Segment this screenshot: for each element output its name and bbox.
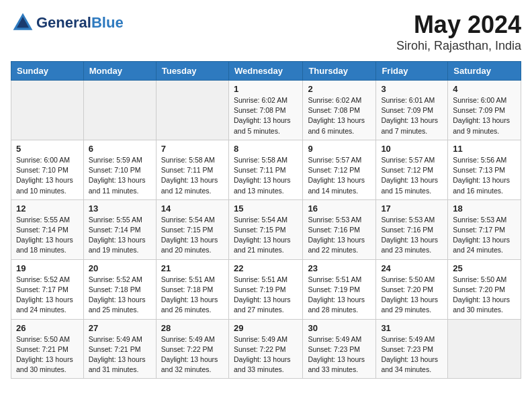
weekday-header-monday: Monday (83, 62, 156, 81)
day-number: 7 (161, 144, 224, 154)
day-info: Sunrise: 6:02 AM Sunset: 7:08 PM Dayligh… (234, 95, 298, 136)
calendar-cell: 12Sunrise: 5:55 AM Sunset: 7:14 PM Dayli… (11, 199, 84, 259)
calendar-cell: 15Sunrise: 5:54 AM Sunset: 7:15 PM Dayli… (228, 199, 302, 259)
day-info: Sunrise: 5:54 AM Sunset: 7:15 PM Dayligh… (161, 215, 224, 256)
calendar-cell: 2Sunrise: 6:02 AM Sunset: 7:08 PM Daylig… (303, 81, 376, 140)
day-number: 14 (161, 203, 224, 214)
calendar-table: SundayMondayTuesdayWednesdayThursdayFrid… (11, 61, 521, 379)
day-number: 1 (234, 84, 298, 94)
calendar-cell: 14Sunrise: 5:54 AM Sunset: 7:15 PM Dayli… (156, 199, 228, 259)
calendar-cell: 26Sunrise: 5:50 AM Sunset: 7:21 PM Dayli… (11, 319, 84, 379)
day-info: Sunrise: 5:51 AM Sunset: 7:18 PM Dayligh… (161, 275, 224, 316)
weekday-header-saturday: Saturday (448, 62, 521, 81)
day-number: 23 (308, 263, 371, 273)
day-info: Sunrise: 5:49 AM Sunset: 7:23 PM Dayligh… (308, 334, 371, 375)
weekday-header-wednesday: Wednesday (228, 62, 302, 81)
calendar-cell: 24Sunrise: 5:50 AM Sunset: 7:20 PM Dayli… (376, 259, 448, 319)
day-number: 19 (16, 263, 79, 273)
day-info: Sunrise: 6:02 AM Sunset: 7:08 PM Dayligh… (308, 95, 371, 136)
calendar-cell (448, 319, 521, 379)
calendar-cell (11, 81, 84, 140)
day-number: 25 (453, 263, 516, 273)
day-info: Sunrise: 5:57 AM Sunset: 7:12 PM Dayligh… (308, 155, 371, 196)
day-info: Sunrise: 5:50 AM Sunset: 7:20 PM Dayligh… (381, 275, 443, 316)
day-info: Sunrise: 5:57 AM Sunset: 7:12 PM Dayligh… (381, 155, 443, 196)
calendar-cell: 8Sunrise: 5:58 AM Sunset: 7:11 PM Daylig… (228, 140, 302, 199)
day-number: 5 (16, 144, 79, 154)
day-info: Sunrise: 5:54 AM Sunset: 7:15 PM Dayligh… (234, 215, 298, 256)
location-title: Sirohi, Rajasthan, India (396, 39, 521, 53)
day-info: Sunrise: 5:55 AM Sunset: 7:14 PM Dayligh… (89, 215, 151, 256)
calendar-cell: 28Sunrise: 5:49 AM Sunset: 7:22 PM Dayli… (156, 319, 228, 379)
day-number: 13 (89, 203, 151, 214)
day-number: 17 (381, 203, 443, 214)
day-info: Sunrise: 5:49 AM Sunset: 7:22 PM Dayligh… (161, 334, 224, 375)
calendar-cell: 1Sunrise: 6:02 AM Sunset: 7:08 PM Daylig… (228, 81, 302, 140)
calendar-cell: 5Sunrise: 6:00 AM Sunset: 7:10 PM Daylig… (11, 140, 84, 199)
logo-text: GeneralBlue (36, 14, 124, 32)
day-number: 30 (308, 323, 371, 333)
calendar-cell: 17Sunrise: 5:53 AM Sunset: 7:16 PM Dayli… (376, 199, 448, 259)
page-header: GeneralBlue May 2024 Sirohi, Rajasthan, … (11, 11, 521, 53)
day-number: 9 (308, 144, 371, 154)
calendar-cell: 3Sunrise: 6:01 AM Sunset: 7:09 PM Daylig… (376, 81, 448, 140)
day-number: 29 (234, 323, 298, 333)
calendar-cell: 13Sunrise: 5:55 AM Sunset: 7:14 PM Dayli… (83, 199, 156, 259)
day-number: 31 (381, 323, 443, 333)
day-info: Sunrise: 5:53 AM Sunset: 7:16 PM Dayligh… (381, 215, 443, 256)
calendar-cell: 7Sunrise: 5:58 AM Sunset: 7:11 PM Daylig… (156, 140, 228, 199)
calendar-cell: 16Sunrise: 5:53 AM Sunset: 7:16 PM Dayli… (303, 199, 376, 259)
day-number: 26 (16, 323, 79, 333)
day-number: 2 (308, 84, 371, 94)
calendar-cell: 18Sunrise: 5:53 AM Sunset: 7:17 PM Dayli… (448, 199, 521, 259)
weekday-header-sunday: Sunday (11, 62, 84, 81)
calendar-cell: 19Sunrise: 5:52 AM Sunset: 7:17 PM Dayli… (11, 259, 84, 319)
day-number: 24 (381, 263, 443, 273)
day-number: 3 (381, 84, 443, 94)
calendar-cell (156, 81, 228, 140)
day-info: Sunrise: 5:50 AM Sunset: 7:20 PM Dayligh… (453, 275, 516, 316)
day-info: Sunrise: 5:50 AM Sunset: 7:21 PM Dayligh… (16, 334, 79, 375)
day-info: Sunrise: 5:59 AM Sunset: 7:10 PM Dayligh… (89, 155, 151, 196)
day-number: 12 (16, 203, 79, 214)
calendar-cell (83, 81, 156, 140)
weekday-header-thursday: Thursday (303, 62, 376, 81)
calendar-cell: 25Sunrise: 5:50 AM Sunset: 7:20 PM Dayli… (448, 259, 521, 319)
calendar-cell: 11Sunrise: 5:56 AM Sunset: 7:13 PM Dayli… (448, 140, 521, 199)
day-number: 15 (234, 203, 298, 214)
calendar-cell: 4Sunrise: 6:00 AM Sunset: 7:09 PM Daylig… (448, 81, 521, 140)
day-info: Sunrise: 5:51 AM Sunset: 7:19 PM Dayligh… (308, 275, 371, 316)
calendar-week-row: 12Sunrise: 5:55 AM Sunset: 7:14 PM Dayli… (11, 199, 521, 259)
calendar-cell: 31Sunrise: 5:49 AM Sunset: 7:23 PM Dayli… (376, 319, 448, 379)
title-block: May 2024 Sirohi, Rajasthan, India (396, 11, 521, 53)
calendar-cell: 20Sunrise: 5:52 AM Sunset: 7:18 PM Dayli… (83, 259, 156, 319)
day-number: 27 (89, 323, 151, 333)
weekday-header-tuesday: Tuesday (156, 62, 228, 81)
day-number: 22 (234, 263, 298, 273)
calendar-cell: 30Sunrise: 5:49 AM Sunset: 7:23 PM Dayli… (303, 319, 376, 379)
calendar-cell: 6Sunrise: 5:59 AM Sunset: 7:10 PM Daylig… (83, 140, 156, 199)
day-number: 10 (381, 144, 443, 154)
calendar-cell: 21Sunrise: 5:51 AM Sunset: 7:18 PM Dayli… (156, 259, 228, 319)
day-number: 4 (453, 84, 516, 94)
logo-icon (11, 11, 35, 35)
calendar-cell: 29Sunrise: 5:49 AM Sunset: 7:22 PM Dayli… (228, 319, 302, 379)
day-info: Sunrise: 5:53 AM Sunset: 7:16 PM Dayligh… (308, 215, 371, 256)
calendar-week-row: 5Sunrise: 6:00 AM Sunset: 7:10 PM Daylig… (11, 140, 521, 199)
day-number: 21 (161, 263, 224, 273)
day-info: Sunrise: 6:00 AM Sunset: 7:10 PM Dayligh… (16, 155, 79, 196)
day-number: 28 (161, 323, 224, 333)
calendar-week-row: 19Sunrise: 5:52 AM Sunset: 7:17 PM Dayli… (11, 259, 521, 319)
weekday-header-row: SundayMondayTuesdayWednesdayThursdayFrid… (11, 62, 521, 81)
calendar-cell: 22Sunrise: 5:51 AM Sunset: 7:19 PM Dayli… (228, 259, 302, 319)
month-title: May 2024 (396, 11, 521, 39)
calendar-cell: 9Sunrise: 5:57 AM Sunset: 7:12 PM Daylig… (303, 140, 376, 199)
calendar-cell: 27Sunrise: 5:49 AM Sunset: 7:21 PM Dayli… (83, 319, 156, 379)
day-number: 11 (453, 144, 516, 154)
calendar-body: 1Sunrise: 6:02 AM Sunset: 7:08 PM Daylig… (11, 81, 521, 379)
day-number: 20 (89, 263, 151, 273)
day-info: Sunrise: 5:52 AM Sunset: 7:18 PM Dayligh… (89, 275, 151, 316)
calendar-week-row: 1Sunrise: 6:02 AM Sunset: 7:08 PM Daylig… (11, 81, 521, 140)
calendar-header: SundayMondayTuesdayWednesdayThursdayFrid… (11, 62, 521, 81)
weekday-header-friday: Friday (376, 62, 448, 81)
